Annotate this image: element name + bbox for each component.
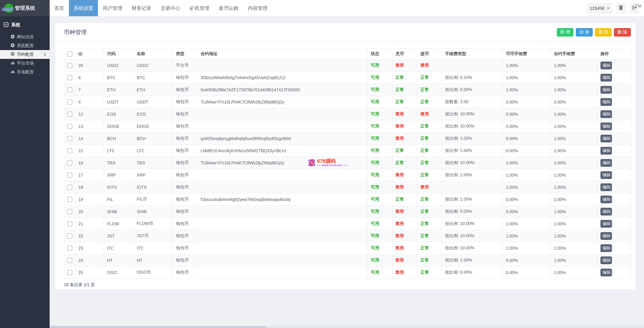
code-cell: JST [104, 230, 134, 242]
tab-home[interactable]: 首页 [50, 0, 69, 16]
deposit-cell: 禁用 [392, 59, 417, 72]
withdraw-cell: 正常 [417, 84, 442, 96]
contract-address-cell [198, 218, 368, 230]
edit-button[interactable]: 编辑 [600, 86, 612, 94]
tab-trade-center[interactable]: 交易中心 [156, 0, 185, 16]
name-cell: BTC [134, 72, 173, 84]
sidebar-item-market-config[interactable]: 市场配置 [0, 68, 50, 76]
table-row: 21 FLOW FLOW币 钱包币 可用 禁用 正常 按比例: 10.00% 1… [64, 218, 631, 230]
row-checkbox[interactable] [67, 270, 72, 275]
table-row: 26 USDZ USDZ 平台币 可用 禁用 禁用 1.00% 1.00% 编辑 [64, 59, 631, 72]
sidebar-section-system[interactable]: 系统 [0, 21, 50, 30]
select-all-checkbox[interactable] [67, 51, 72, 57]
action-buttons: 新 增启 用禁 用删 除 [557, 28, 631, 36]
deposit-cell: 禁用 [392, 266, 417, 279]
disable-button[interactable]: 禁 用 [595, 28, 612, 36]
edit-button[interactable]: 编辑 [600, 196, 612, 203]
delete-button[interactable]: 删 除 [614, 28, 631, 36]
edit-button[interactable]: 编辑 [600, 244, 612, 252]
edit-button[interactable]: 编辑 [600, 74, 612, 82]
code-cell: BCH [104, 132, 134, 145]
type-cell: 钱包币 [173, 96, 198, 108]
edit-button[interactable]: 编辑 [600, 98, 612, 106]
edit-button[interactable]: 编辑 [600, 220, 612, 228]
row-checkbox[interactable] [67, 221, 72, 226]
sidebar-item-platform-market[interactable]: 平台市场 [0, 59, 50, 68]
status-cell: 可用 [368, 266, 392, 279]
row-checkbox[interactable] [67, 112, 72, 117]
deposit-cell: 禁用 [392, 230, 417, 242]
code-cell: BTC [104, 72, 134, 84]
scrollbar-thumb[interactable] [50, 326, 266, 328]
sidebar-item-system-config[interactable]: 系统配置 [0, 41, 50, 50]
table-row: 17 XRP XRP 钱包币 可用 禁用 正常 按比例: 1.00% 1.00%… [64, 169, 631, 181]
edit-button[interactable]: 编辑 [600, 62, 612, 69]
edit-button[interactable]: 编辑 [600, 171, 612, 179]
edit-button[interactable]: 编辑 [600, 122, 612, 130]
status-cell: 可用 [368, 218, 392, 230]
add-button[interactable]: 新 增 [557, 28, 574, 36]
row-checkbox[interactable] [67, 246, 72, 251]
row-checkbox[interactable] [67, 160, 72, 166]
name-cell: FIL币 [134, 193, 173, 206]
edit-button[interactable]: 编辑 [600, 183, 612, 191]
id-cell: 24 [75, 254, 104, 266]
sidebar-item-label: 网站信息 [17, 34, 34, 40]
deposit-cell: 正常 [392, 193, 417, 206]
enable-button[interactable]: 启 用 [576, 28, 592, 36]
edit-button[interactable]: 编辑 [600, 147, 612, 155]
column-header: 合约手续费 [551, 49, 597, 59]
name-cell: IOTX [134, 181, 173, 193]
edit-button[interactable]: 编辑 [600, 159, 612, 167]
coin-fee-cell: 1.00% [503, 230, 551, 242]
edit-button[interactable]: 编辑 [600, 110, 612, 118]
coin-fee-cell: 0.00% [503, 132, 551, 145]
table-row: 4 USDT USDT 钱包币 TLWAeeYFn19LPh4K7C8Wk2fp… [64, 96, 631, 108]
sidebar-item-site-info[interactable]: 网站信息 [0, 33, 50, 41]
sidebar-section-label: 系统 [11, 22, 20, 28]
contract-fee-cell: 1.00% [551, 193, 597, 206]
row-checkbox[interactable] [67, 185, 72, 190]
id-cell: 12 [75, 108, 104, 120]
row-checkbox[interactable] [67, 124, 72, 129]
trash-icon [618, 5, 624, 11]
row-checkbox[interactable] [67, 258, 72, 263]
name-cell: ETH [134, 84, 173, 96]
sidebar-item-label: 平台市场 [17, 60, 34, 66]
edit-button[interactable]: 编辑 [600, 208, 612, 216]
row-checkbox[interactable] [67, 233, 72, 239]
id-cell: 4 [75, 96, 104, 108]
row-checkbox[interactable] [67, 75, 72, 80]
tab-user-management[interactable]: 用户管理 [98, 0, 127, 16]
tab-new-coin-subscribe[interactable]: 新币认购 [214, 0, 243, 16]
row-checkbox[interactable] [67, 87, 72, 92]
type-cell: 钱包币 [173, 242, 198, 254]
row-checkbox[interactable] [67, 99, 72, 105]
code-cell: USDT [104, 96, 134, 108]
tab-system-settings[interactable]: 系统设置 [69, 0, 98, 16]
fee-type-cell: 按比例: 10.00% [442, 230, 503, 242]
withdraw-cell: 正常 [417, 193, 442, 206]
row-checkbox[interactable] [67, 173, 72, 178]
name-cell: EOS [134, 108, 173, 120]
edit-button[interactable]: 编辑 [600, 135, 612, 142]
horizontal-scrollbar[interactable] [50, 326, 644, 328]
edit-button[interactable]: 编辑 [600, 269, 612, 276]
trash-button[interactable] [616, 3, 626, 13]
tab-miner-management[interactable]: 矿机管理 [185, 0, 214, 16]
row-checkbox[interactable] [67, 136, 72, 141]
tab-finance-records[interactable]: 财务记录 [127, 0, 156, 16]
edit-button[interactable]: 编辑 [600, 232, 612, 240]
row-checkbox[interactable] [67, 63, 72, 68]
contract-address-cell [198, 242, 368, 254]
edit-button[interactable]: 编辑 [600, 256, 612, 264]
id-cell: 6 [75, 72, 104, 84]
row-checkbox[interactable] [67, 148, 72, 153]
row-checkbox[interactable] [67, 209, 72, 214]
row-checkbox[interactable] [67, 197, 72, 202]
type-cell: 钱包币 [173, 218, 198, 230]
tab-content-management[interactable]: 内容管理 [243, 0, 272, 16]
user-dropdown[interactable]: 123456 ▼ [587, 3, 612, 13]
sidebar-item-coin-config[interactable]: 币种配置 [0, 50, 50, 59]
contract-address-cell [198, 230, 368, 242]
